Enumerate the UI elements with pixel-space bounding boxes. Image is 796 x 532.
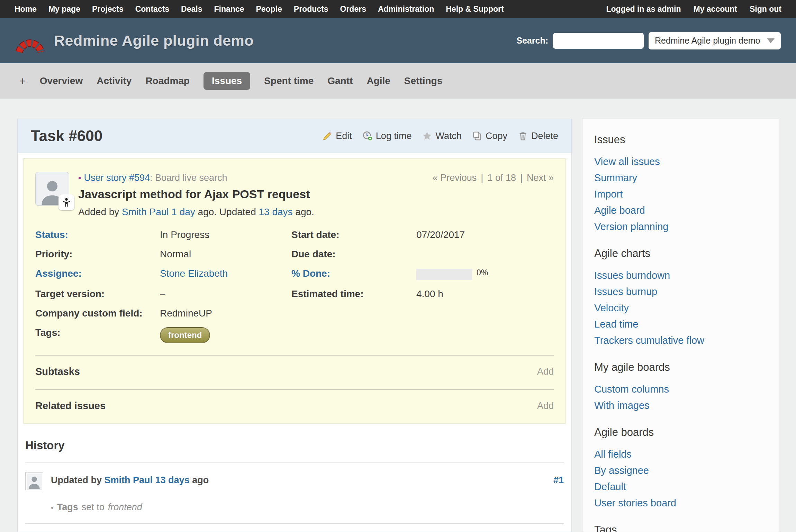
changed-property: Tags <box>57 502 78 513</box>
top-menu-bar: Home My page Projects Contacts Deals Fin… <box>0 0 796 18</box>
trash-icon <box>518 131 528 141</box>
priority-label: Priority: <box>35 249 160 260</box>
add-related-issue-link[interactable]: Add <box>537 401 554 411</box>
sidebar-link-summary[interactable]: Summary <box>594 170 767 186</box>
sidebar-link-all-fields[interactable]: All fields <box>594 446 767 462</box>
pencil-icon <box>322 131 333 141</box>
menu-item-my-account[interactable]: My account <box>693 4 737 14</box>
history-note-number-link[interactable]: #1 <box>553 475 564 486</box>
menu-item-my-page[interactable]: My page <box>48 4 80 14</box>
next-issue-link[interactable]: Next » <box>527 173 554 183</box>
issue-toolbar: Edit Log time <box>322 131 558 141</box>
history-ago-link[interactable]: 13 days <box>155 475 190 485</box>
sidebar-link-issues-burnup[interactable]: Issues burnup <box>594 284 767 300</box>
target-version-label: Target version: <box>35 288 160 300</box>
sidebar-link-agile-board[interactable]: Agile board <box>594 202 767 219</box>
history-entry-header: Updated by Smith Paul 13 days ago #1 <box>25 472 564 490</box>
chevron-down-icon <box>767 38 775 43</box>
search-label: Search: <box>516 36 548 46</box>
menu-item-help-support[interactable]: Help & Support <box>446 4 504 14</box>
tab-activity[interactable]: Activity <box>97 75 132 86</box>
sidebar-heading-agile-charts: Agile charts <box>594 247 767 260</box>
sidebar-link-view-all-issues[interactable]: View all issues <box>594 154 767 170</box>
sidebar-link-velocity[interactable]: Velocity <box>594 300 767 316</box>
menu-item-people[interactable]: People <box>256 4 282 14</box>
copy-button[interactable]: Copy <box>472 131 507 141</box>
sidebar-heading-tags: Tags <box>594 524 767 532</box>
search-input[interactable] <box>553 33 644 49</box>
header-search-area: Search: Redmine Agile plugin demo <box>516 32 781 49</box>
edit-button[interactable]: Edit <box>322 131 352 141</box>
subtasks-divider <box>35 355 554 356</box>
tab-roadmap[interactable]: Roadmap <box>145 75 190 86</box>
change-verb: set to <box>82 502 105 513</box>
start-date-value: 07/20/2017 <box>416 229 554 240</box>
sidebar-heading-agile-boards: Agile boards <box>594 426 767 439</box>
added-by-prefix: Added by <box>78 207 119 217</box>
sidebar-link-by-assignee[interactable]: By assignee <box>594 462 767 479</box>
status-label: Status: <box>35 229 160 240</box>
sidebar-link-custom-columns[interactable]: Custom columns <box>594 381 767 397</box>
added-ago-link[interactable]: 1 day <box>171 207 195 217</box>
history-author-link[interactable]: Smith Paul <box>105 475 153 485</box>
watch-label: Watch <box>435 131 462 141</box>
related-divider <box>35 389 554 390</box>
menu-item-finance[interactable]: Finance <box>214 4 244 14</box>
sidebar-link-version-planning[interactable]: Version planning <box>594 219 767 235</box>
sidebar-link-issues-burndown[interactable]: Issues burndown <box>594 267 767 284</box>
add-subtask-link[interactable]: Add <box>537 366 554 377</box>
menu-item-administration[interactable]: Administration <box>378 4 434 14</box>
sidebar-link-user-stories-board[interactable]: User stories board <box>594 495 767 511</box>
history-title: History <box>25 439 564 452</box>
author-avatar <box>35 172 69 206</box>
parent-issue-link[interactable]: User story #594 <box>84 173 150 183</box>
pagination-separator: | <box>520 173 523 183</box>
add-tab-button[interactable]: + <box>19 75 26 88</box>
brand-left: Redmine Agile plugin demo <box>15 27 254 54</box>
author-link[interactable]: Smith Paul <box>122 207 169 217</box>
tab-gantt[interactable]: Gantt <box>327 75 353 86</box>
sidebar-link-default[interactable]: Default <box>594 479 767 495</box>
meta-mid-text: ago. Updated <box>198 207 256 217</box>
done-percent: 0% <box>477 268 488 277</box>
menu-item-contacts[interactable]: Contacts <box>135 4 169 14</box>
tab-overview[interactable]: Overview <box>40 75 83 86</box>
logged-in-as-label: Logged in as admin <box>606 4 681 14</box>
tab-issues[interactable]: Issues <box>203 72 250 90</box>
sidebar-link-lead-time[interactable]: Lead time <box>594 316 767 332</box>
menu-item-home[interactable]: Home <box>15 4 37 14</box>
tab-settings[interactable]: Settings <box>404 75 442 86</box>
company-field-value: RedmineUP <box>160 308 291 319</box>
menu-item-products[interactable]: Products <box>294 4 328 14</box>
updated-by-prefix: Updated by <box>51 475 102 485</box>
sidebar-link-import[interactable]: Import <box>594 186 767 202</box>
tab-spent-time[interactable]: Spent time <box>264 75 314 86</box>
status-value: In Progress <box>160 229 291 240</box>
menu-item-projects[interactable]: Projects <box>92 4 124 14</box>
menu-item-sign-out[interactable]: Sign out <box>750 4 781 14</box>
estimated-time-value: 4.00 h <box>416 288 554 300</box>
menu-item-deals[interactable]: Deals <box>181 4 202 14</box>
delete-label: Delete <box>531 131 558 141</box>
assignee-label: Assignee: <box>35 268 160 279</box>
page-content: Task #600 Edit <box>0 99 796 532</box>
sidebar-link-with-images[interactable]: With images <box>594 397 767 414</box>
delete-button[interactable]: Delete <box>518 131 558 141</box>
clock-plus-icon <box>362 131 373 141</box>
target-version-value: – <box>160 288 291 300</box>
sidebar-heading-my-agile-boards: My agile boards <box>594 361 767 374</box>
log-time-button[interactable]: Log time <box>362 131 412 141</box>
tag-frontend[interactable]: frontend <box>160 327 210 343</box>
assignee-link[interactable]: Stone Elizabeth <box>160 268 228 279</box>
issue-meta-line: Added by Smith Paul 1 day ago. Updated 1… <box>78 207 314 218</box>
history-entry: Updated by Smith Paul 13 days ago #2 <box>25 524 564 532</box>
updated-ago-link[interactable]: 13 days <box>259 207 293 217</box>
watch-button[interactable]: Watch <box>422 131 462 141</box>
done-cell: 0% <box>416 268 554 280</box>
menu-item-orders[interactable]: Orders <box>340 4 366 14</box>
history-section: History Updated by <box>25 439 564 532</box>
sidebar-link-trackers-cumulative-flow[interactable]: Trackers cumulative flow <box>594 332 767 349</box>
previous-issue-link[interactable]: « Previous <box>433 173 477 183</box>
project-select[interactable]: Redmine Agile plugin demo <box>649 32 781 49</box>
tab-agile[interactable]: Agile <box>367 75 390 86</box>
